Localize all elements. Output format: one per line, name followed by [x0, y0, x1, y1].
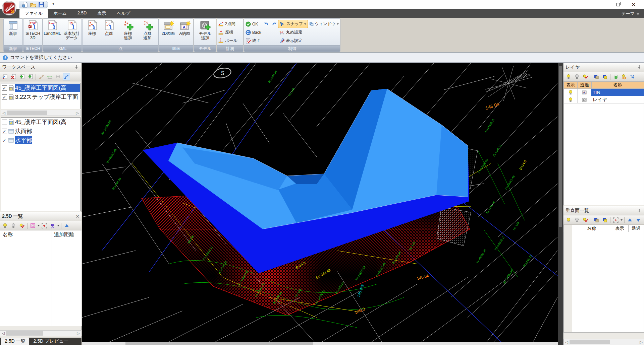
- layer-hide-button[interactable]: [573, 73, 581, 80]
- theme-selector[interactable]: テーマ: [621, 11, 639, 17]
- minimize-button[interactable]: ─: [595, 0, 610, 9]
- transparency-icon[interactable]: [582, 90, 587, 95]
- point-cloud-button[interactable]: 点群: [101, 19, 117, 45]
- right-hscrollbar[interactable]: ◁ ▷: [564, 339, 644, 345]
- layer-name[interactable]: TIN: [591, 89, 644, 96]
- add-coordinates-button[interactable]: 座標 追加: [118, 19, 138, 45]
- list-item[interactable]: ✓ 45_護岸工平面図(高: [1, 83, 80, 92]
- show-selected-button[interactable]: [18, 222, 25, 229]
- scroll-thumb[interactable]: [7, 111, 47, 115]
- layer-show-selected-button[interactable]: [582, 73, 589, 80]
- qat-customize-button[interactable]: ▾: [51, 2, 56, 6]
- column-visible[interactable]: 表示: [611, 225, 629, 232]
- checkbox[interactable]: ✓: [2, 138, 7, 143]
- new-project-button[interactable]: 新規: [4, 19, 22, 45]
- workspace-delete-button[interactable]: [10, 73, 17, 80]
- tab-25d-list[interactable]: 2.5D 一覧: [1, 338, 29, 345]
- tab-25d-preview[interactable]: 2.5D プレビュー: [29, 338, 72, 345]
- snap-button[interactable]: スナップ: [278, 20, 308, 28]
- scroll-thumb[interactable]: [6, 331, 43, 336]
- vface-show-button[interactable]: [565, 216, 572, 224]
- tab-view[interactable]: 表示: [92, 9, 111, 18]
- scroll-thumb[interactable]: [559, 66, 562, 227]
- column-name[interactable]: 名称: [592, 81, 644, 89]
- checkbox[interactable]: ✓: [2, 129, 7, 134]
- vface-transparent-button[interactable]: [601, 216, 608, 224]
- tab-file[interactable]: ファイル: [19, 9, 48, 18]
- column-name[interactable]: 名称: [0, 230, 52, 239]
- window-dropdown-icon[interactable]: [337, 23, 339, 25]
- vface-show-selected-button[interactable]: [582, 216, 589, 224]
- scroll-thumb[interactable]: [570, 340, 610, 344]
- camera-view-button[interactable]: [49, 222, 56, 229]
- add-model-button[interactable]: モデル 追加: [196, 19, 215, 45]
- cad-canvas[interactable]: X=-14600.59Y=-45051.48EL=144.36No.146X=-…: [82, 63, 558, 345]
- scroll-right-icon[interactable]: ▷: [75, 331, 81, 336]
- measure-pole-button[interactable]: ポール: [217, 37, 243, 45]
- 3d-viewport[interactable]: X=-14600.59Y=-45051.48EL=144.36No.146X=-…: [82, 63, 558, 345]
- pin-icon[interactable]: [74, 65, 79, 70]
- window-menu-button[interactable]: ウィンドウ: [308, 20, 340, 28]
- layer-transparent-button[interactable]: [601, 73, 608, 80]
- ok-button[interactable]: OK: [244, 20, 263, 28]
- zoom-to-button[interactable]: [41, 222, 48, 229]
- layer-row[interactable]: レイヤ: [564, 96, 644, 104]
- visibility-bulb-icon[interactable]: [568, 97, 573, 102]
- layer-stack-move-button[interactable]: [629, 73, 636, 80]
- list-item[interactable]: ✓ 水平部: [1, 136, 80, 145]
- list-item[interactable]: ✓ 法面部: [1, 127, 80, 136]
- list-item[interactable]: 45_護岸工平面図(高: [1, 118, 80, 127]
- show-item-button[interactable]: [1, 222, 9, 229]
- exit-button[interactable]: 終了: [244, 37, 263, 45]
- landxml-button[interactable]: Land LandXML: [43, 19, 61, 45]
- rounding-settings-button[interactable]: 0.0 丸め設定: [278, 28, 308, 37]
- coordinates-button[interactable]: 座標: [84, 19, 101, 45]
- drawing-2d-button[interactable]: 2D図面: [160, 19, 177, 45]
- workspace-move-down-button[interactable]: [26, 73, 34, 80]
- pin-icon[interactable]: [637, 208, 642, 213]
- workspace-width-button[interactable]: [46, 73, 53, 80]
- transparency-icon[interactable]: [582, 97, 587, 102]
- list-25d-body[interactable]: [0, 239, 82, 326]
- tab-25d[interactable]: 2.5D: [72, 9, 92, 18]
- vface-opaque-button[interactable]: [593, 216, 600, 224]
- tab-home[interactable]: ホーム: [48, 9, 72, 18]
- scroll-left-icon[interactable]: ◁: [564, 340, 570, 344]
- layer-row[interactable]: TIN: [564, 89, 644, 96]
- back-button[interactable]: Back: [244, 28, 263, 37]
- vface-dropdown-icon[interactable]: [621, 219, 623, 221]
- region-dropdown-icon[interactable]: [38, 225, 40, 226]
- sort-up-button[interactable]: [63, 222, 70, 229]
- sitech3d-import-button[interactable]: TSX SiTECH 3D: [24, 19, 42, 45]
- checkbox[interactable]: ✓: [2, 94, 7, 100]
- vface-zoom-button[interactable]: [612, 216, 620, 224]
- column-name[interactable]: 名称: [572, 225, 611, 232]
- drawing-list-hscrollbar[interactable]: ◁ ▷: [1, 110, 80, 116]
- application-menu-button[interactable]: S: [1, 0, 17, 16]
- column-distance[interactable]: 追加距離: [52, 231, 82, 238]
- undo-button[interactable]: [263, 20, 270, 27]
- display-settings-button[interactable]: 表示設定: [278, 37, 308, 45]
- restore-button[interactable]: [610, 0, 626, 9]
- workspace-structure-button[interactable]: [63, 73, 70, 80]
- canvas-vscrollbar[interactable]: [558, 63, 563, 345]
- tab-help[interactable]: ヘルプ: [111, 9, 136, 18]
- column-transparency[interactable]: 透過: [578, 81, 592, 89]
- pin-icon[interactable]: [637, 65, 642, 70]
- basic-design-data-button[interactable]: TS 基本設計 データ: [62, 19, 82, 45]
- workspace-paint-button[interactable]: [38, 73, 45, 80]
- vface-sort-down-button[interactable]: [635, 216, 642, 224]
- snap-dropdown-icon[interactable]: [304, 23, 306, 25]
- workspace-edit-button[interactable]: [1, 73, 9, 80]
- layer-opaque-button[interactable]: [593, 73, 600, 80]
- workspace-move-up-button[interactable]: [18, 73, 25, 80]
- close-icon[interactable]: ✕: [75, 214, 79, 219]
- visibility-bulb-icon[interactable]: [568, 90, 573, 95]
- new-file-button[interactable]: [22, 2, 29, 8]
- scroll-right-icon[interactable]: ▷: [74, 111, 80, 115]
- list-item[interactable]: ✓ 3.22ステップ護岸工平面: [1, 92, 80, 101]
- camera-dropdown-icon[interactable]: [57, 225, 59, 226]
- redo-button[interactable]: [271, 20, 278, 27]
- measure-two-points-button[interactable]: 2点間: [217, 20, 243, 28]
- scroll-right-icon[interactable]: ▷: [638, 340, 644, 344]
